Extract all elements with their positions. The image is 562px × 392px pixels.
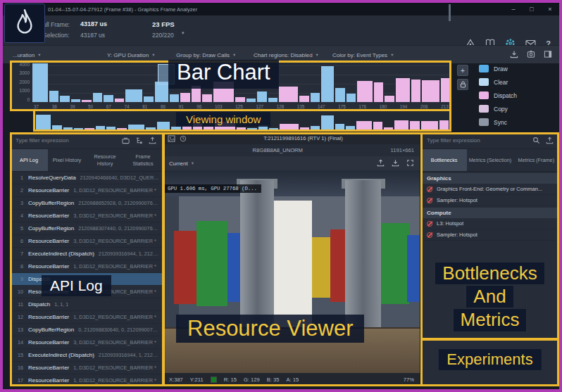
tree-view-icon[interactable] xyxy=(135,134,143,147)
chart-bar[interactable] xyxy=(396,78,410,102)
api-log-row[interactable]: 7ExecuteIndirect (Dispatch)2120939316944… xyxy=(10,248,162,260)
zoom-in-button[interactable]: + xyxy=(457,65,468,76)
api-log-row[interactable]: 1ResolveQueryData2120940468640, D3D12_QU… xyxy=(10,172,162,184)
export-icon[interactable] xyxy=(149,134,156,147)
chart-bar[interactable] xyxy=(235,97,245,102)
api-log-row[interactable]: 13CopyBufferRegion0, 212098830640, 0, 21… xyxy=(10,324,162,336)
chart-bar[interactable] xyxy=(155,82,168,102)
chart-bars[interactable] xyxy=(32,63,450,102)
chart-bar[interactable] xyxy=(180,93,190,102)
chart-bar[interactable] xyxy=(93,93,103,102)
chart-bar[interactable] xyxy=(321,66,334,102)
chart-bar[interactable] xyxy=(104,95,113,102)
strip-handle-right[interactable] xyxy=(449,4,451,21)
chart-bar[interactable] xyxy=(82,100,92,102)
api-log-row[interactable]: 2ResourceBarrier1, D3D12_RESOURCE_BARRIE… xyxy=(10,184,162,197)
bottleneck-item[interactable]: Sampler: Hotspot xyxy=(421,229,559,241)
api-log-row[interactable]: 11Dispatch1, 1, 1 xyxy=(10,298,162,311)
search-icon[interactable] xyxy=(532,134,540,147)
framebuffer-image[interactable]: GPU 1.606 ms, GPU 27768 (D... xyxy=(163,170,420,373)
chart-bar[interactable] xyxy=(422,80,439,103)
legend-item-clear[interactable]: Clear xyxy=(479,78,556,86)
api-filter-input[interactable] xyxy=(15,137,116,144)
tab-frame-statistics[interactable]: Frame Statistics xyxy=(124,149,162,171)
chart-bar[interactable] xyxy=(170,94,180,102)
chart-bar[interactable] xyxy=(144,96,154,102)
download-icon[interactable] xyxy=(510,49,518,61)
experiments-panel[interactable] xyxy=(421,339,559,386)
snapshot-icon[interactable] xyxy=(527,49,535,61)
chevron-down-icon[interactable]: ▾ xyxy=(182,30,185,36)
section-header-compute: Compute xyxy=(421,208,559,218)
chart-bar[interactable] xyxy=(60,96,70,102)
tab-metrics-frame[interactable]: Metrics (Frame) xyxy=(513,149,559,171)
chart-bar[interactable] xyxy=(192,86,201,102)
resource-viewer-panel: T:2121199891616 (RTV 1) (Final) R8G8B8A8… xyxy=(163,132,420,386)
chart-bar[interactable] xyxy=(115,99,125,102)
api-row-number: 10 xyxy=(13,289,23,295)
tab-metrics-selection[interactable]: Metrics (Selection) xyxy=(467,149,513,171)
legend-item-dispatch[interactable]: Dispatch xyxy=(479,91,556,99)
chart-bar[interactable] xyxy=(202,94,212,102)
download-icon[interactable] xyxy=(392,157,399,170)
api-log-row[interactable]: 16ResourceBarrier1, D3D12_RESOURCE_BARRI… xyxy=(10,362,162,374)
briefcase-icon[interactable] xyxy=(122,134,130,147)
chart-bar[interactable] xyxy=(374,82,384,102)
chart-bar[interactable] xyxy=(213,82,235,102)
tab-bottlenecks[interactable]: Bottlenecks xyxy=(421,149,467,171)
chart-bar[interactable] xyxy=(71,99,81,102)
x-tick-label: 86 xyxy=(161,104,166,109)
api-log-row[interactable]: 8ResourceBarrier1, D3D12_RESOURCE_BARRIE… xyxy=(10,260,162,273)
chart-bar[interactable] xyxy=(32,63,48,102)
chart-bar[interactable] xyxy=(385,96,394,102)
chart-selection[interactable] xyxy=(158,64,175,84)
api-log-row[interactable]: 10ResourceBarrier3, D3D12_RESOURCE_BARRI… xyxy=(10,286,162,298)
tab-resource-history[interactable]: Resource History xyxy=(86,149,124,171)
clock-icon[interactable] xyxy=(180,132,187,145)
api-log-row[interactable]: 17ResourceBarrier1, D3D12_RESOURCE_BARRI… xyxy=(10,374,162,386)
export-icon[interactable] xyxy=(377,157,385,170)
chart-bar[interactable] xyxy=(411,80,421,102)
chart-bar[interactable] xyxy=(246,99,256,102)
chart-bar[interactable] xyxy=(357,81,373,102)
fullscreen-icon[interactable] xyxy=(406,157,414,170)
lock-button[interactable] xyxy=(457,79,468,90)
legend-item-draw[interactable]: Draw xyxy=(479,65,556,72)
tab-api-log[interactable]: API Log xyxy=(10,149,48,171)
viewing-window-strip[interactable] xyxy=(33,111,451,131)
bottleneck-item[interactable]: Graphics Front-End: Geometry or Comman..… xyxy=(421,184,559,195)
chart-bar[interactable] xyxy=(125,89,142,102)
bottleneck-item[interactable]: L3: Hotspot xyxy=(421,218,559,229)
api-log-row[interactable]: 4ResourceBarrier3, D3D12_RESOURCE_BARRIE… xyxy=(10,210,162,222)
api-log-row[interactable]: 12ResourceBarrier1, D3D12_RESOURCE_BARRI… xyxy=(10,311,162,324)
chart-bar[interactable] xyxy=(299,96,309,102)
export-icon[interactable] xyxy=(546,134,554,147)
legend-item-copy[interactable]: Copy xyxy=(479,105,556,113)
legend-item-sync[interactable]: Sync xyxy=(479,118,556,126)
api-log-row[interactable]: 6ResourceBarrier3, D3D12_RESOURCE_BARRIE… xyxy=(10,235,162,248)
chart-bar[interactable] xyxy=(268,98,278,102)
bottleneck-item[interactable]: Sampler: Hotspot xyxy=(421,195,559,206)
metrics-filter-input[interactable] xyxy=(427,137,527,144)
chart-bar[interactable] xyxy=(279,87,298,102)
panel-toggle-icon[interactable] xyxy=(544,49,552,61)
maximize-button[interactable]: □ xyxy=(523,3,541,15)
chart-bar[interactable] xyxy=(49,91,59,102)
chart-bar[interactable] xyxy=(335,88,345,102)
chart-bar[interactable] xyxy=(311,93,320,102)
mini-bar xyxy=(394,120,408,129)
minimize-button[interactable]: – xyxy=(504,3,523,15)
api-log-row[interactable]: 5CopyBufferRegion2120988307440, 0, 21209… xyxy=(10,222,162,235)
x-tick-label: 194 xyxy=(400,104,408,109)
close-button[interactable]: × xyxy=(541,3,559,15)
api-log-row[interactable]: 9Dispatch xyxy=(10,273,162,286)
chart-bar[interactable] xyxy=(441,78,451,102)
api-log-row[interactable]: 15ExecuteIndirect (Dispatch)212093931694… xyxy=(10,349,162,362)
chart-bar[interactable] xyxy=(257,91,267,102)
view-mode-dropdown[interactable]: Current ▾ xyxy=(169,160,194,167)
chart-bar[interactable] xyxy=(346,94,356,102)
x-tick-label: 67 xyxy=(106,104,111,109)
api-log-row[interactable]: 14ResourceBarrier3, D3D12_RESOURCE_BARRI… xyxy=(10,336,162,349)
tab-pixel-history[interactable]: Pixel History xyxy=(48,149,86,171)
api-log-row[interactable]: 3CopyBufferRegion2120988652928, 0, 21209… xyxy=(10,197,162,210)
